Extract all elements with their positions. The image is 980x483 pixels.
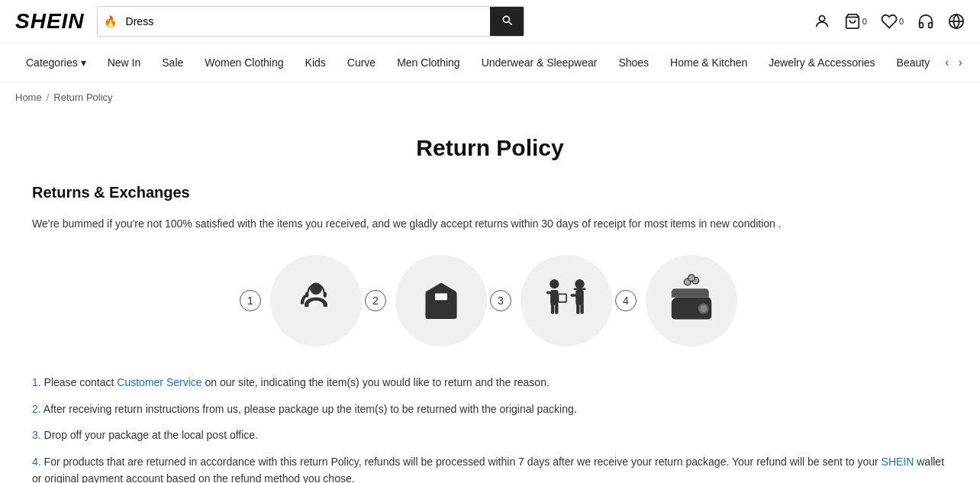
header: SHEIN 🔥 0 0 <box>0 0 980 43</box>
intro-text: We're bummed if you're not 100% satisfie… <box>32 215 948 232</box>
svg-rect-5 <box>305 292 308 298</box>
svg-rect-19 <box>551 304 554 314</box>
cart-badge: 0 <box>862 17 867 26</box>
wishlist-badge: 0 <box>899 17 904 26</box>
breadcrumb-current: Return Policy <box>53 92 112 103</box>
nav-item-sale[interactable]: Sale <box>151 44 194 81</box>
search-input[interactable] <box>123 9 490 34</box>
nav-item-underwear[interactable]: Underwear & Sleepwear <box>471 44 608 81</box>
svg-rect-13 <box>546 291 552 295</box>
steps-icons-row: 1 2 <box>32 255 948 346</box>
nav-item-home-kitchen[interactable]: Home & Kitchen <box>659 44 758 81</box>
nav-prev-arrow[interactable]: ‹ <box>940 43 953 82</box>
step-4-text: 4. For products that are returned in acc… <box>32 453 948 483</box>
cart-icon[interactable]: 0 <box>844 13 867 30</box>
nav-item-kids[interactable]: Kids <box>295 44 337 81</box>
logo[interactable]: SHEIN <box>15 9 85 34</box>
svg-point-25 <box>688 275 695 282</box>
svg-rect-17 <box>575 290 584 304</box>
wishlist-icon[interactable]: 0 <box>881 13 904 30</box>
svg-point-15 <box>575 279 584 288</box>
main-content: Return Policy Returns & Exchanges We're … <box>17 112 963 483</box>
step-4-icon <box>646 255 737 346</box>
svg-rect-22 <box>580 304 583 314</box>
svg-point-11 <box>550 279 559 288</box>
nav-item-men-clothing[interactable]: Men Clothing <box>386 44 471 81</box>
svg-rect-16 <box>574 288 586 291</box>
svg-rect-20 <box>555 304 558 314</box>
nav-item-jewelry[interactable]: Jewelry & Accessories <box>758 44 885 81</box>
nav-item-shoes[interactable]: Shoes <box>608 44 659 81</box>
step-2-num: 2 <box>365 290 386 311</box>
breadcrumb-separator: / <box>47 92 50 103</box>
nav-item-new-in[interactable]: New In <box>97 44 152 81</box>
header-icons: 0 0 <box>814 13 965 30</box>
step-3-group: 3 <box>490 255 615 346</box>
chevron-down-icon: ▾ <box>81 56 86 69</box>
nav-next-arrow[interactable]: › <box>953 43 966 82</box>
main-nav: Categories ▾ New In Sale Women Clothing … <box>0 43 980 82</box>
step-3-text: 3. Drop off your package at the local po… <box>32 427 948 443</box>
nav-item-curve[interactable]: Curve <box>337 44 386 81</box>
globe-icon[interactable] <box>948 13 965 30</box>
step-1-num: 1 <box>240 290 261 311</box>
step-1-group: 1 <box>240 255 365 346</box>
svg-point-0 <box>819 16 824 21</box>
search-button[interactable] <box>490 7 524 36</box>
headset-icon[interactable] <box>917 13 934 30</box>
svg-point-27 <box>700 306 707 313</box>
step-3-num: 3 <box>490 290 511 311</box>
user-icon[interactable] <box>814 13 830 30</box>
customer-service-icon <box>289 274 343 327</box>
nav-item-beauty[interactable]: Beauty <box>886 44 941 81</box>
refund-icon <box>665 274 718 327</box>
step-4-group: 4 <box>615 255 740 346</box>
breadcrumb: Home / Return Policy <box>0 82 980 112</box>
svg-rect-10 <box>434 293 448 301</box>
steps-list: 1. Please contact Customer Service on ou… <box>32 374 948 483</box>
svg-rect-6 <box>324 292 327 298</box>
step-2-group: 2 <box>365 255 490 346</box>
search-icon <box>501 14 513 26</box>
step-1-icon <box>270 255 362 346</box>
step-3-icon <box>521 255 612 346</box>
handover-icon <box>540 274 593 327</box>
nav-item-categories[interactable]: Categories ▾ <box>15 44 97 81</box>
step-2-text: 2. After receiving return instructions f… <box>32 401 948 417</box>
svg-rect-18 <box>570 295 577 298</box>
search-bar: 🔥 <box>97 6 524 37</box>
package-icon <box>414 274 468 327</box>
flame-icon: 🔥 <box>98 15 123 27</box>
svg-rect-21 <box>576 304 579 314</box>
step-4-num: 4 <box>615 290 637 311</box>
step-1-text: 1. Please contact Customer Service on ou… <box>32 374 948 391</box>
step-2-icon <box>395 255 487 346</box>
returns-section-title: Returns & Exchanges <box>32 184 948 201</box>
breadcrumb-home[interactable]: Home <box>15 92 42 103</box>
page-title: Return Policy <box>32 135 948 161</box>
nav-item-women-clothing[interactable]: Women Clothing <box>194 44 294 81</box>
svg-rect-14 <box>559 295 567 303</box>
